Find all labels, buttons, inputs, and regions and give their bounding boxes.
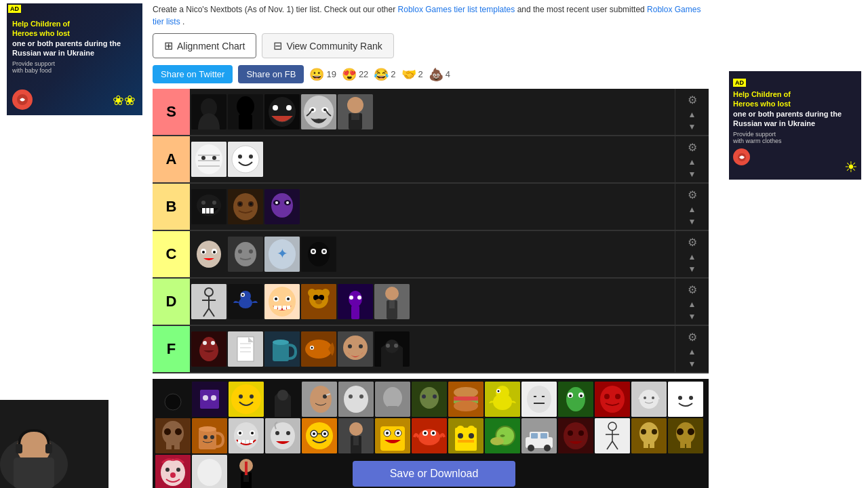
pool-cat[interactable] <box>631 382 667 417</box>
tier-item-s-4[interactable] <box>301 94 336 129</box>
pool-creepy-smile[interactable] <box>229 418 264 453</box>
tier-item-s-5[interactable] <box>338 94 373 129</box>
pool-monster-leg[interactable] <box>558 382 593 417</box>
tier-s-settings[interactable]: ⚙ <box>684 92 701 108</box>
pool-white-face2[interactable] <box>338 382 374 417</box>
pool-black-suit[interactable] <box>229 455 264 488</box>
pool-dark-mask[interactable] <box>558 418 593 453</box>
pool-white-car[interactable] <box>521 418 557 453</box>
pool-jester[interactable] <box>265 418 300 453</box>
tier-b-up[interactable]: ▲ <box>686 204 699 215</box>
tier-a-settings[interactable]: ⚙ <box>684 139 701 155</box>
tier-items-f[interactable] <box>190 326 675 372</box>
tier-item-c-1[interactable] <box>191 237 226 272</box>
tier-item-c-3[interactable]: ✦ <box>264 237 300 272</box>
tier-item-c-2[interactable] <box>228 237 263 272</box>
tier-s-down[interactable]: ▼ <box>686 121 699 132</box>
tier-c-settings[interactable]: ⚙ <box>684 234 701 250</box>
tier-item-f-6[interactable] <box>374 331 410 367</box>
reaction-poop[interactable]: 💩 4 <box>429 67 450 82</box>
pool-forest-man[interactable] <box>412 382 447 417</box>
svg-point-117 <box>211 341 215 345</box>
pool-brown-skull[interactable] <box>155 418 191 453</box>
tier-item-s-3[interactable] <box>264 94 300 129</box>
pool-blank-white[interactable] <box>192 455 227 488</box>
tier-item-b-3[interactable] <box>264 189 300 224</box>
tier-c-up[interactable]: ▲ <box>686 251 699 262</box>
tier-f-down[interactable]: ▼ <box>686 359 699 369</box>
pool-burger[interactable] <box>448 382 484 417</box>
tier-item-d-1[interactable] <box>191 284 226 319</box>
svg-point-163 <box>433 394 437 399</box>
reaction-laugh[interactable]: 😂 2 <box>374 67 395 82</box>
pool-purple-square[interactable] <box>192 382 227 417</box>
pool-sponge[interactable] <box>375 418 410 453</box>
share-twitter-button[interactable]: Share on Twitter <box>153 65 233 83</box>
pool-hooded[interactable] <box>265 382 300 417</box>
pool-side-face[interactable] <box>302 382 337 417</box>
pool-snail[interactable] <box>485 418 520 453</box>
tier-item-a-1[interactable] <box>191 142 226 177</box>
tier-item-f-1[interactable] <box>191 331 226 367</box>
pool-bird-creature[interactable] <box>485 382 520 417</box>
tier-b-down[interactable]: ▼ <box>686 216 699 227</box>
reaction-smile[interactable]: 😀 19 <box>309 67 336 82</box>
tier-f-settings[interactable]: ⚙ <box>684 329 701 345</box>
pool-smiley[interactable] <box>229 382 264 417</box>
pool-black-orb[interactable] <box>155 382 191 417</box>
pool-glasses-face[interactable] <box>302 418 337 453</box>
pool-stick-drawing[interactable] <box>595 418 630 453</box>
pool-golden-skull[interactable] <box>668 418 703 453</box>
pool-crab[interactable] <box>412 418 447 453</box>
tier-item-d-4[interactable] <box>301 284 336 319</box>
reaction-handshake[interactable]: 🤝 2 <box>401 67 423 82</box>
tier-item-d-6[interactable] <box>374 284 410 319</box>
svg-point-33 <box>212 156 216 160</box>
svg-rect-280 <box>686 440 691 448</box>
svg-rect-41 <box>206 208 210 214</box>
tier-items-s[interactable] <box>190 89 675 135</box>
tier-items-d[interactable] <box>190 279 675 325</box>
tier-item-d-2[interactable] <box>228 284 263 319</box>
tier-item-s-2[interactable] <box>228 94 263 129</box>
pool-lego-yellow[interactable] <box>448 418 484 453</box>
share-fb-button[interactable]: Share on FB <box>238 65 304 83</box>
pool-grayscale-man[interactable] <box>375 382 410 417</box>
tier-a-up[interactable]: ▲ <box>686 157 699 167</box>
reaction-heart-eyes[interactable]: 😍 22 <box>342 67 368 82</box>
tier-item-f-3[interactable] <box>264 331 300 367</box>
tier-item-b-1[interactable] <box>191 189 226 224</box>
tier-b-settings[interactable]: ⚙ <box>684 186 701 203</box>
tier-item-s-1[interactable] <box>191 94 226 129</box>
pool-blank-face[interactable] <box>521 382 557 417</box>
pool-mug[interactable] <box>192 418 227 453</box>
tier-item-c-4[interactable] <box>301 237 336 272</box>
pool-red-mask[interactable] <box>595 382 630 417</box>
tier-a-down[interactable]: ▼ <box>686 169 699 180</box>
tier-f-up[interactable]: ▲ <box>686 346 699 357</box>
tier-item-f-2[interactable] <box>228 331 263 367</box>
tier-item-f-5[interactable] <box>338 331 373 367</box>
tier-item-d-3[interactable] <box>264 284 300 319</box>
tier-items-b[interactable] <box>190 184 675 230</box>
tier-s-up[interactable]: ▲ <box>686 109 699 120</box>
tier-item-b-2[interactable] <box>228 189 263 224</box>
pool-simple-smile[interactable] <box>668 382 703 417</box>
pool-suit-man2[interactable] <box>338 418 374 453</box>
tier-d-settings[interactable]: ⚙ <box>684 281 701 298</box>
pool-clown[interactable] <box>155 455 191 488</box>
tier-d-down[interactable]: ▼ <box>686 311 699 322</box>
tier-d-up[interactable]: ▲ <box>686 299 699 310</box>
tier-item-f-4[interactable] <box>301 331 336 367</box>
tier-c-down[interactable]: ▼ <box>686 264 699 274</box>
tab-community-rank[interactable]: ⊟ View Community Rank <box>262 33 393 58</box>
link-roblox-templates[interactable]: Roblox Games tier list templates <box>398 5 515 14</box>
pool-skull-yellow[interactable] <box>631 418 667 453</box>
tier-item-a-2[interactable] <box>228 142 263 177</box>
tab-alignment-chart[interactable]: ⊞ Alignment Chart <box>153 33 256 58</box>
tab-alignment-label: Alignment Chart <box>177 41 245 52</box>
save-download-button[interactable]: Save or Download <box>353 461 515 487</box>
tier-items-a[interactable] <box>190 136 675 182</box>
tier-item-d-5[interactable] <box>338 284 373 319</box>
tier-items-c[interactable]: ✦ <box>190 231 675 277</box>
